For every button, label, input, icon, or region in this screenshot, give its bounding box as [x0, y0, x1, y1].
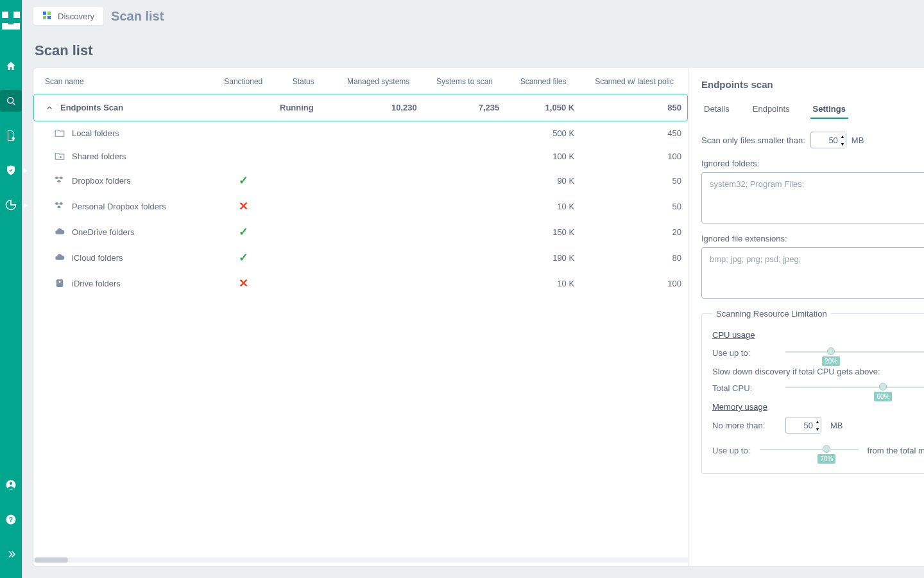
cpu-total-label: Total CPU:	[712, 383, 776, 393]
nav-documents[interactable]	[0, 125, 22, 146]
svg-point-3	[10, 482, 13, 486]
svg-rect-6	[43, 12, 46, 15]
tab-settings[interactable]: Settings	[810, 98, 848, 119]
svg-point-0	[8, 98, 13, 103]
table-row[interactable]: iDrive folders✕10 K100	[33, 270, 688, 296]
svg-rect-7	[47, 12, 51, 15]
notifications-button[interactable]	[921, 7, 924, 25]
mem-up-to-label: Use up to:	[712, 446, 751, 455]
mem-no-more-unit: MB	[830, 421, 843, 430]
user-icon	[5, 479, 17, 491]
nav-discovery[interactable]	[0, 90, 22, 112]
check-icon: ✓	[239, 251, 248, 264]
step-up[interactable]: ▲	[839, 132, 846, 140]
svg-point-1	[12, 137, 15, 140]
table-row[interactable]: Personal Dropbox folders✕10 K50	[33, 193, 688, 219]
nav-expand[interactable]	[0, 543, 22, 565]
cross-icon: ✕	[239, 277, 248, 290]
panel-title: Endpoints scan	[701, 79, 773, 90]
ignored-ext-label: Ignored file extensions:	[701, 234, 924, 243]
col-sanctioned[interactable]: Sanctioned	[213, 68, 273, 94]
main-card: Scan name Sanctioned Status Managed syst…	[33, 68, 924, 566]
svg-text:?: ?	[9, 516, 13, 523]
mem-up-to-slider[interactable]: 70%	[760, 442, 859, 458]
scan-name: OneDrive folders	[72, 227, 135, 237]
page-title: Scan list	[35, 42, 924, 59]
svg-rect-8	[43, 16, 46, 19]
nav-account[interactable]	[0, 474, 22, 496]
cpu-up-to-slider[interactable]: 20%	[785, 345, 924, 360]
cpu-total-slider[interactable]: 60%	[785, 380, 924, 396]
breadcrumb-label: Discovery	[58, 12, 94, 21]
step-down[interactable]: ▼	[839, 140, 846, 148]
side-panel: Endpoints scan DetailsEndpointsSettings …	[688, 68, 924, 566]
dropbox-icon	[54, 200, 65, 212]
step-up[interactable]: ▲	[814, 417, 821, 425]
cloud-icon	[54, 252, 65, 263]
tab-endpoints[interactable]: Endpoints	[750, 98, 792, 119]
cpu-subhead: CPU usage	[712, 330, 924, 340]
scan-name: Personal Dropbox folders	[72, 202, 166, 211]
col-scanned-files[interactable]: Scanned files	[506, 68, 581, 94]
mem-no-more-stepper[interactable]: ▲▼	[785, 417, 821, 434]
table-row[interactable]: Dropbox folders✓90 K50	[33, 168, 688, 193]
cpu-up-to-label: Use up to:	[712, 348, 776, 358]
cpu-slow-label: Slow down discovery if total CPU gets ab…	[712, 367, 924, 376]
table-row[interactable]: OneDrive folders✓150 K20	[33, 219, 688, 245]
scan-name: Shared folders	[72, 152, 126, 161]
col-scan-name[interactable]: Scan name	[33, 68, 213, 94]
col-status[interactable]: Status	[273, 68, 333, 94]
check-icon: ✓	[239, 174, 248, 187]
document-icon	[5, 130, 17, 141]
help-icon: ?	[5, 514, 17, 525]
svg-point-13	[59, 281, 61, 283]
topbar: Discovery Scan list	[22, 0, 924, 32]
chevron-up-icon	[45, 103, 54, 112]
scan-name: Endpoints Scan	[60, 103, 123, 112]
home-icon	[5, 60, 17, 72]
nav-reports[interactable]: ▶	[0, 194, 22, 216]
scan-name: Dropbox folders	[72, 176, 131, 186]
table-row[interactable]: Local folders500 K450	[33, 121, 688, 144]
scan-name: iDrive folders	[72, 279, 121, 288]
scan-name: Local folders	[72, 128, 119, 138]
scan-name: iCloud folders	[72, 253, 123, 263]
step-down[interactable]: ▼	[814, 425, 821, 433]
check-icon: ✓	[239, 225, 248, 238]
col-managed[interactable]: Managed systems	[334, 68, 424, 94]
col-scanned-latest[interactable]: Scanned w/ latest polic	[581, 68, 688, 94]
nav-security[interactable]: ▶	[0, 159, 22, 181]
nav-home[interactable]	[0, 55, 22, 77]
nav-help[interactable]: ?	[0, 509, 22, 530]
resource-limit-panel: Scanning Resource Limitation CPU usage U…	[701, 309, 924, 474]
tab-details[interactable]: Details	[701, 98, 732, 119]
table-row[interactable]: Shared folders100 K100	[33, 144, 688, 168]
svg-point-11	[60, 156, 62, 158]
file-size-unit: MB	[851, 136, 864, 145]
pie-chart-icon	[5, 199, 17, 211]
sidebar: ▶ ▶ ?	[0, 0, 22, 578]
table-row[interactable]: iCloud folders✓190 K80	[33, 245, 688, 270]
expand-icon	[5, 548, 17, 560]
horizontal-scrollbar[interactable]	[33, 557, 688, 563]
folder-shared-icon	[54, 150, 65, 162]
shield-icon	[5, 164, 17, 176]
dropbox-icon	[54, 175, 65, 186]
ignored-ext-input[interactable]: bmp; jpg; png; psd; jpeg;	[701, 247, 924, 299]
svg-rect-12	[56, 279, 64, 287]
table-row-parent[interactable]: Endpoints ScanRunning10,2307,2351,050 K8…	[33, 94, 688, 121]
drive-icon	[54, 277, 65, 289]
cloud-icon	[54, 226, 65, 238]
discovery-icon	[42, 11, 53, 21]
mem-up-to-suffix: from the total memory	[868, 446, 924, 455]
mem-subhead: Memory usage	[712, 402, 924, 412]
svg-rect-9	[47, 16, 51, 19]
ignored-folders-input[interactable]: system32; Program Files;	[701, 172, 924, 223]
scan-table: Scan name Sanctioned Status Managed syst…	[33, 68, 688, 566]
cross-icon: ✕	[239, 200, 248, 213]
file-size-stepper[interactable]: ▲▼	[810, 132, 846, 148]
col-to-scan[interactable]: Systems to scan	[424, 68, 506, 94]
top-title: Scan list	[111, 9, 164, 24]
breadcrumb[interactable]: Discovery	[33, 7, 103, 25]
folder-icon	[54, 127, 65, 139]
